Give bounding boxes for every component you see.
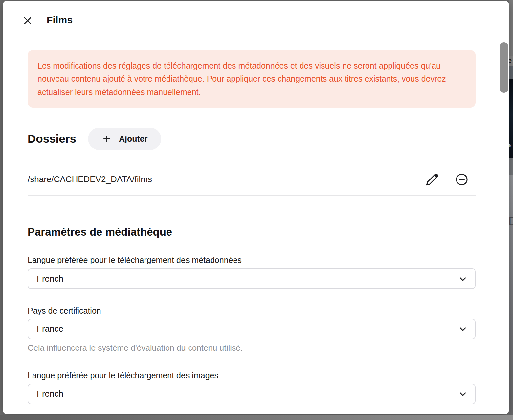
- close-button[interactable]: [22, 15, 33, 27]
- add-folder-label: Ajouter: [119, 134, 148, 144]
- background-app-strip: e N D: [509, 0, 513, 420]
- scrollbar-thumb[interactable]: [500, 42, 508, 93]
- certification-country-label: Pays de certification: [28, 306, 101, 316]
- background-segment: [509, 158, 513, 175]
- image-language-label: Langue préférée pour le téléchargement d…: [28, 371, 218, 380]
- minus-circle-icon: [455, 173, 469, 186]
- image-language-select[interactable]: French: [28, 384, 476, 404]
- plus-icon: [102, 134, 112, 144]
- background-letter-fragment: D: [509, 215, 513, 228]
- remove-folder-button[interactable]: [455, 172, 469, 187]
- library-settings-modal: Films Les modifications des réglages de …: [3, 1, 509, 414]
- add-folder-button[interactable]: Ajouter: [88, 128, 162, 150]
- chevron-down-icon: [458, 324, 468, 334]
- folder-row: /share/CACHEDEV2_DATA/films: [28, 163, 476, 196]
- image-language-value: French: [37, 389, 63, 399]
- folder-path: /share/CACHEDEV2_DATA/films: [28, 174, 152, 184]
- folders-heading: Dossiers: [28, 132, 76, 145]
- background-poster-fragment: N: [509, 79, 513, 158]
- folder-actions: [425, 172, 476, 187]
- metadata-language-label: Langue préférée pour le téléchargement d…: [28, 255, 242, 265]
- background-segment: [509, 0, 513, 56]
- folders-section-header: Dossiers Ajouter: [28, 128, 161, 150]
- certification-country-select[interactable]: France: [28, 319, 476, 339]
- metadata-language-select[interactable]: French: [28, 268, 476, 289]
- background-logo-fragment: e: [509, 56, 513, 66]
- certification-country-help: Cela influencera le système d'évaluation…: [28, 343, 243, 353]
- metadata-language-value: French: [37, 274, 63, 284]
- close-icon: [22, 15, 33, 26]
- warning-text: Les modifications des réglages de téléch…: [37, 61, 446, 96]
- background-segment: [509, 66, 513, 79]
- certification-country-value: France: [37, 324, 63, 334]
- background-page-fragment: D: [509, 175, 513, 415]
- chevron-down-icon: [458, 274, 468, 284]
- background-bottom-bar: [0, 415, 513, 420]
- warning-banner: Les modifications des réglages de téléch…: [28, 50, 476, 108]
- edit-folder-button[interactable]: [425, 172, 439, 187]
- modal-title: Films: [47, 14, 73, 26]
- pencil-icon: [426, 173, 439, 186]
- chevron-down-icon: [458, 389, 468, 399]
- library-settings-heading: Paramètres de médiathèque: [28, 226, 172, 238]
